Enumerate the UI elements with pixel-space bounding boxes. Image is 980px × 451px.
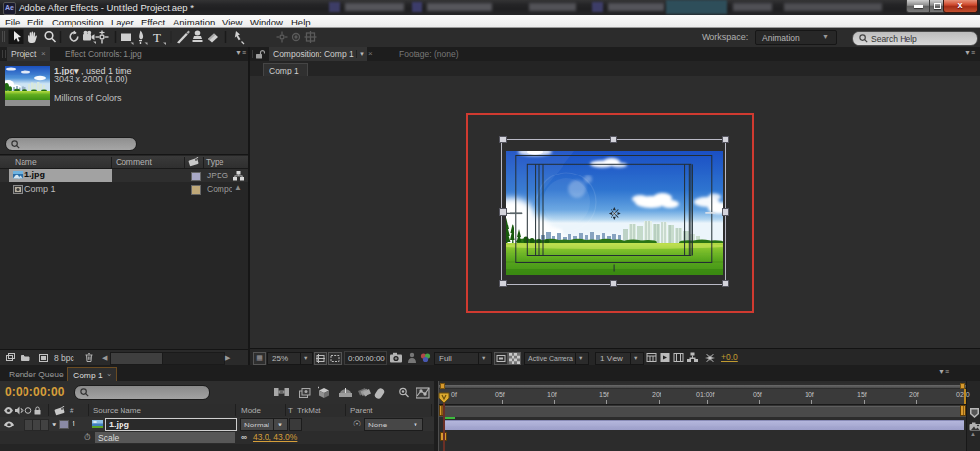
- svg-text:T: T: [153, 30, 161, 45]
